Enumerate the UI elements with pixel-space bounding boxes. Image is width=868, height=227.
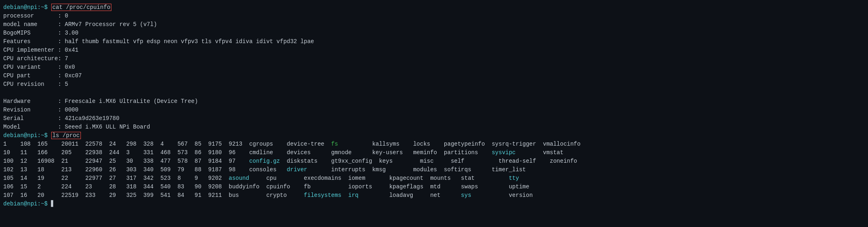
cpuinfo-implementer: CPU implementer : 0x41 [3,46,865,55]
prompt-3: debian@npi:~$ [3,201,48,207]
ls-row-1: 1 108 165 20011 22578 24 298 328 4 567 8… [3,140,865,148]
ls-row-4: 102 13 18 213 22960 26 303 340 509 79 88… [3,166,865,174]
command-line-2: debian@npi:~$ ls /proc [3,131,865,140]
cursor-line: debian@npi:~$ ▋ [3,200,865,208]
cpuinfo-hardware: Hardware : Freescale i.MX6 UltraLite (De… [3,97,865,106]
cpuinfo-model-name: model name : ARMv7 Processor rev 5 (v7l) [3,20,865,29]
cpuinfo-model: Model : Seeed i.MX6 ULL NPi Board [3,123,865,131]
cpuinfo-revision2: Revision : 0000 [3,106,865,114]
command-2: ls /proc [51,132,81,139]
terminal: debian@npi:~$ cat /proc/cpuinfo processo… [3,3,865,208]
cpuinfo-architecture: CPU architecture: 7 [3,55,865,63]
cpuinfo-blank [3,89,865,97]
ls-row-3: 100 12 16908 21 22947 25 30 338 477 578 … [3,157,865,166]
cpuinfo-serial: Serial : 421ca9d263e19780 [3,114,865,123]
cpuinfo-features: Features : half thumb fastmult vfp edsp … [3,37,865,46]
prompt-2: debian@npi:~$ [3,132,48,139]
cpuinfo-part: CPU part : 0xc07 [3,72,865,80]
ls-row-6: 106 15 2 224 23 28 318 344 540 83 90 920… [3,183,865,191]
command-line-1: debian@npi:~$ cat /proc/cpuinfo [3,3,865,12]
ls-row-2: 10 11 166 205 22938 244 3 331 468 573 86… [3,148,865,157]
cpuinfo-variant: CPU variant : 0x0 [3,63,865,72]
command-1: cat /proc/cpuinfo [51,4,112,11]
ls-row-7: 107 16 20 22519 233 29 325 399 541 84 91… [3,191,865,200]
cpuinfo-processor: processor : 0 [3,12,865,20]
cpuinfo-revision: CPU revision : 5 [3,80,865,89]
cpuinfo-bogomips: BogoMIPS : 3.00 [3,29,865,37]
ls-row-5: 105 14 19 22 22977 27 317 342 523 8 9 92… [3,174,865,183]
prompt-1: debian@npi:~$ [3,4,48,11]
